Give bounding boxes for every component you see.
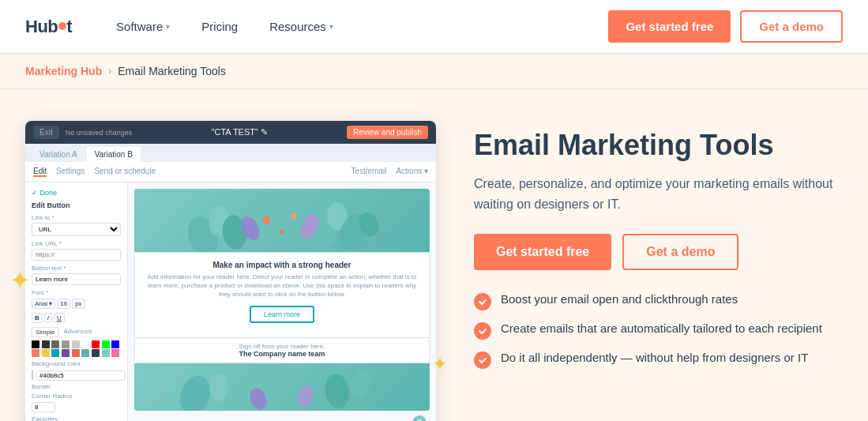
navbar-actions: Get started free Get a demo [608,10,843,43]
hero-get-started-button[interactable]: Get started free [474,234,611,270]
mockup-link-url-input[interactable] [32,249,121,261]
color-red[interactable] [92,340,100,348]
color-mid[interactable] [51,340,59,348]
color-salmon[interactable] [72,349,80,357]
color-light[interactable] [62,340,70,348]
color-teal[interactable] [51,349,59,357]
color-dark[interactable] [42,340,50,348]
mockup-italic-button[interactable]: I [44,313,52,323]
mockup-font-label: Font * [32,289,121,296]
mockup-corner-input-row [32,402,121,412]
nav-software[interactable]: Software ▾ [103,13,182,39]
mockup-subnav-edit[interactable]: Edit [33,167,47,177]
nav-get-demo-button[interactable]: Get a demo [740,10,843,43]
feature-text-1: Boost your email open and clickthrough r… [501,292,738,306]
svg-point-12 [175,371,216,411]
mockup-favorites-label: Favorites [32,415,58,421]
mockup-font-family[interactable]: Arial ▾ [32,299,55,309]
color-green[interactable] [102,340,110,348]
mockup-simple-advanced-tabs: Simple Advanced [32,327,121,337]
breadcrumb-parent[interactable]: Marketing Hub [25,65,102,77]
nav-pricing[interactable]: Pricing [189,13,250,39]
mockup-subnav-send[interactable]: Send or schedule [94,167,156,177]
mockup-subnav-actions[interactable]: Actions ▾ [396,167,428,177]
nav-get-started-button[interactable]: Get started free [608,10,731,43]
mockup-exit-button[interactable]: Exit [33,126,59,139]
mockup-button-text-label: Button text * [32,265,121,272]
mockup-font-style-controls: B I U [32,313,121,323]
navbar: Hubt Software ▾ Pricing Resources ▾ Get … [0,0,868,54]
star-decoration-left: ✦ [9,265,31,295]
mockup-tab-variation-a[interactable]: Variation A [32,147,85,162]
color-pink[interactable] [111,349,119,357]
mockup-unsaved: No unsaved changes [66,129,133,137]
mockup-advanced-tab[interactable]: Advanced [60,327,95,337]
chevron-down-icon: ▾ [329,22,333,31]
mockup-link-to-field: Link to * URL [32,214,121,240]
mockup-font-size[interactable]: 16 [57,299,70,309]
logo[interactable]: Hubt [25,17,72,37]
plants-bottom-svg [134,363,430,411]
color-purple[interactable] [62,349,70,357]
check-icon-2 [474,322,491,340]
mockup-bg-color-input[interactable] [36,370,126,381]
mockup-review-button[interactable]: Review and publish [347,126,428,139]
color-white[interactable] [81,340,89,348]
mockup-title: "CTA TEST" ✎ [138,127,340,137]
color-mint[interactable] [81,349,89,357]
content-right: Email Marketing Tools Create, personaliz… [474,121,843,369]
mockup-simple-tab[interactable]: Simple [32,327,58,337]
feature-text-3: Do it all independently — without help f… [501,351,808,364]
color-navy[interactable] [92,349,100,357]
mockup-border-row: Border [32,383,121,390]
mockup-link-to-select[interactable]: URL [32,223,121,236]
mockup-link-url-field: Link URL * [32,240,121,265]
mockup-corner-input[interactable] [32,402,55,412]
email-editor-mockup: Exit No unsaved changes "CTA TEST" ✎ Rev… [25,121,436,421]
mockup-button-text-input[interactable] [32,273,121,285]
mockup-tab-variation-b[interactable]: Variation B [87,147,141,162]
svg-point-10 [291,213,297,220]
color-lighter[interactable] [72,340,80,348]
logo-spot [58,22,66,30]
svg-point-11 [280,230,284,235]
svg-point-9 [262,216,270,224]
mockup-underline-button[interactable]: U [54,313,65,323]
mockup-subnav-settings[interactable]: Settings [56,167,85,177]
breadcrumb: Marketing Hub › Email Marketing Tools [25,65,843,77]
mockup-corner-label: Corner Radius [32,393,73,400]
mockup-corner-row: Corner Radius [32,393,121,400]
hero-get-demo-button[interactable]: Get a demo [622,234,738,270]
mockup-button-text-field: Button text * [32,265,121,289]
mockup-email-preview: Make an impact with a strong header Add … [128,182,436,419]
mockup-bg-color-input-row [32,370,121,381]
email-signoff: Sign off from your reader here. The Comp… [134,338,430,363]
plants-top-svg [134,189,430,252]
mockup-sidebar: ✓ Done Edit Button Link to * URL Link UR… [25,182,128,421]
mockup-body: ✓ Done Edit Button Link to * URL Link UR… [25,182,436,421]
feature-list: Boost your email open and clickthrough r… [474,292,843,369]
color-sky[interactable] [102,349,110,357]
check-icon-1 [474,293,491,310]
mockup-font-controls: Arial ▾ 16 px [32,299,121,309]
mockup-bold-button[interactable]: B [32,313,43,323]
page-title: Email Marketing Tools [474,129,843,161]
color-picker-grid[interactable] [32,340,121,357]
email-plants-bottom [134,363,430,411]
email-content-box: Make an impact with a strong header Add … [134,252,430,338]
nav-resources[interactable]: Resources ▾ [257,13,346,39]
mockup-bg-color-swatch[interactable] [32,370,33,381]
color-blue[interactable] [111,340,119,348]
svg-point-15 [348,366,374,399]
email-learn-more-button[interactable]: Learn more [250,306,314,323]
mockup-subnav-test[interactable]: Test/email [351,167,386,177]
feature-item-3: Do it all independently — without help f… [474,351,843,369]
mockup-container: ✦ ✦ Exit No unsaved changes "CTA TEST" ✎… [25,121,436,421]
color-black[interactable] [32,340,39,348]
svg-point-13 [209,373,228,401]
mockup-done-button[interactable]: ✓ Done [32,189,121,197]
color-orange[interactable] [32,349,39,357]
color-yellow[interactable] [42,349,50,357]
mockup-link-url-label: Link URL * [32,240,121,247]
email-signoff-text: Sign off from your reader here. [140,343,424,350]
